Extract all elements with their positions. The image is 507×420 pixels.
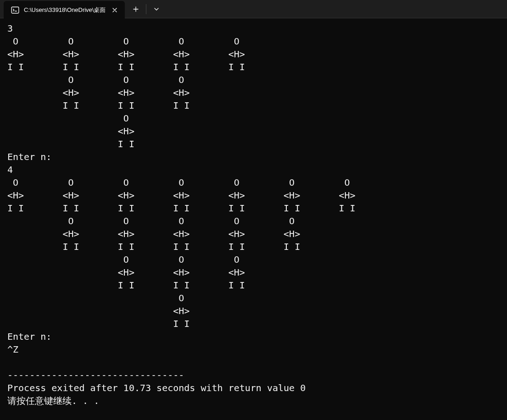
terminal-line: <H> <H> <H> <H> <H> xyxy=(7,227,500,240)
terminal-line: O xyxy=(7,292,500,304)
terminal-icon xyxy=(11,6,19,14)
terminal-line: I I I I I I xyxy=(7,279,500,292)
terminal-line: I I xyxy=(7,317,500,330)
terminal-line xyxy=(7,356,500,369)
tab-title: C:\Users\33918\OneDrive\桌面 xyxy=(24,6,106,14)
titlebar: C:\Users\33918\OneDrive\桌面 xyxy=(0,0,507,18)
terminal-line: I I I I I I I I I I I I I I xyxy=(7,202,500,215)
tab-dropdown-button[interactable] xyxy=(147,0,166,18)
terminal-line: <H> <H> <H> <H> <H> xyxy=(7,48,500,61)
terminal-line: I I I I I I I I I I xyxy=(7,240,500,253)
terminal-line: <H> <H> <H> xyxy=(7,266,500,279)
terminal-line: <H> xyxy=(7,304,500,317)
svg-rect-0 xyxy=(11,7,19,13)
terminal-line: -------------------------------- xyxy=(7,369,500,381)
terminal-tab[interactable]: C:\Users\33918\OneDrive\桌面 xyxy=(4,1,125,19)
terminal-line: O O O O O O O xyxy=(7,176,500,189)
terminal-line: O O O O O xyxy=(7,35,500,48)
terminal-line: 3 xyxy=(7,22,500,35)
terminal-line: I I I I I I I I I I xyxy=(7,61,500,73)
terminal-output[interactable]: 3 O O O O O<H> <H> <H> <H> <H>I I I I I … xyxy=(0,18,507,411)
terminal-line: <H> <H> <H> xyxy=(7,86,500,99)
terminal-line: ^Z xyxy=(7,343,500,356)
terminal-line: I I xyxy=(7,138,500,150)
terminal-line: O O O xyxy=(7,73,500,86)
terminal-line: I I I I I I xyxy=(7,99,500,112)
new-tab-button[interactable] xyxy=(127,0,145,18)
close-tab-button[interactable] xyxy=(110,6,119,15)
terminal-line: O O O xyxy=(7,253,500,266)
terminal-line: 4 xyxy=(7,163,500,176)
terminal-line: Process exited after 10.73 seconds with … xyxy=(7,381,500,394)
terminal-line: Enter n: xyxy=(7,150,500,163)
terminal-line: O xyxy=(7,112,500,125)
terminal-line: <H> <H> <H> <H> <H> <H> <H> xyxy=(7,189,500,202)
divider xyxy=(146,4,146,14)
titlebar-actions xyxy=(127,0,166,18)
terminal-line: 请按任意键继续. . . xyxy=(7,394,500,407)
terminal-line: O O O O O xyxy=(7,215,500,227)
terminal-line: Enter n: xyxy=(7,330,500,343)
terminal-line: <H> xyxy=(7,125,500,138)
